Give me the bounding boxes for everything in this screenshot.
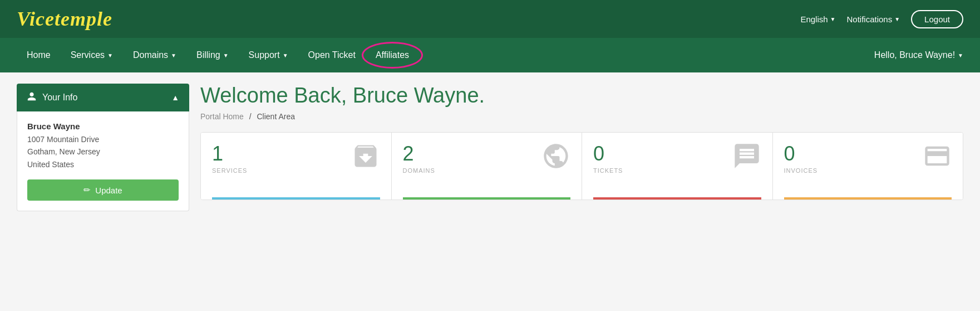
- stat-bar-tickets: [593, 197, 761, 200]
- stat-label-tickets: TICKETS: [593, 167, 623, 174]
- user-address: 1007 Mountain Drive Gotham, New Jersey U…: [27, 133, 179, 171]
- update-button[interactable]: ✏ Update: [27, 179, 179, 201]
- user-icon: [27, 91, 37, 104]
- nav-greeting[interactable]: Hello, Bruce Wayne! ▼: [874, 50, 963, 60]
- stat-label-services: SERVICES: [212, 167, 247, 174]
- language-chevron-icon: ▼: [830, 16, 836, 22]
- greeting-label: Hello, Bruce Wayne!: [874, 50, 955, 60]
- notifications-label: Notifications: [847, 14, 893, 24]
- card-icon: [923, 142, 952, 174]
- language-selector[interactable]: English ▼: [800, 14, 835, 24]
- stat-card-invoices[interactable]: 0 INVOICES: [773, 133, 963, 200]
- nav-left: Home Services ▼ Domains ▼ Billing ▼ Supp…: [17, 38, 419, 72]
- your-info-body: Bruce Wayne 1007 Mountain Drive Gotham, …: [17, 111, 189, 211]
- your-info-chevron-icon: ▲: [171, 93, 179, 102]
- stat-card-services[interactable]: 1 SERVICES: [201, 133, 392, 200]
- billing-chevron-icon: ▼: [223, 52, 229, 59]
- address-line1: 1007 Mountain Drive: [27, 135, 99, 144]
- stat-label-invoices: INVOICES: [784, 167, 818, 174]
- breadcrumb-current: Client Area: [257, 112, 294, 121]
- update-label: Update: [95, 186, 122, 195]
- logo: Vicetemple: [17, 7, 112, 31]
- main-content: Welcome Back, Bruce Wayne. Portal Home /…: [200, 84, 963, 211]
- nav-item-open-ticket[interactable]: Open Ticket: [298, 38, 366, 72]
- nav-item-billing[interactable]: Billing ▼: [186, 38, 239, 72]
- stat-number-tickets: 0: [593, 144, 623, 164]
- logout-button[interactable]: Logout: [911, 10, 963, 28]
- notifications-chevron-icon: ▼: [894, 16, 900, 22]
- sidebar: Your Info ▲ Bruce Wayne 1007 Mountain Dr…: [17, 84, 189, 211]
- top-bar-right: English ▼ Notifications ▼ Logout: [800, 10, 963, 28]
- stat-number-invoices: 0: [784, 144, 818, 164]
- box-icon: [351, 142, 380, 174]
- globe-icon: [541, 142, 570, 174]
- domains-chevron-icon: ▼: [171, 52, 176, 59]
- your-info-label: Your Info: [42, 93, 77, 103]
- notifications-button[interactable]: Notifications ▼: [847, 14, 900, 24]
- services-chevron-icon: ▼: [107, 52, 113, 59]
- greeting-chevron-icon: ▼: [958, 52, 963, 59]
- nav-item-affiliates[interactable]: Affiliates: [366, 38, 419, 72]
- stat-number-domains: 2: [403, 144, 435, 164]
- chat-icon: [732, 142, 761, 174]
- stat-card-tickets[interactable]: 0 TICKETS: [582, 133, 773, 200]
- stat-label-domains: DOMAINS: [403, 167, 435, 174]
- breadcrumb-separator: /: [249, 112, 252, 121]
- nav-item-home[interactable]: Home: [17, 38, 61, 72]
- welcome-title: Welcome Back, Bruce Wayne.: [200, 84, 963, 108]
- affiliates-wrapper: Affiliates: [366, 38, 419, 72]
- stats-row: 1 SERVICES 2 DOMAINS: [200, 132, 963, 200]
- language-label: English: [800, 14, 828, 24]
- stat-card-domains[interactable]: 2 DOMAINS: [392, 133, 583, 200]
- stat-bar-domains: [403, 197, 571, 200]
- support-chevron-icon: ▼: [283, 52, 288, 59]
- content-wrapper: Your Info ▲ Bruce Wayne 1007 Mountain Dr…: [0, 72, 980, 222]
- breadcrumb-home[interactable]: Portal Home: [200, 112, 244, 121]
- stat-number-services: 1: [212, 144, 247, 164]
- user-name: Bruce Wayne: [27, 122, 179, 131]
- address-line3: United States: [27, 160, 74, 169]
- breadcrumb: Portal Home / Client Area: [200, 112, 963, 121]
- stat-bar-invoices: [784, 197, 952, 200]
- top-bar: Vicetemple English ▼ Notifications ▼ Log…: [0, 0, 980, 38]
- address-line2: Gotham, New Jersey: [27, 147, 100, 156]
- nav-item-domains[interactable]: Domains ▼: [123, 38, 186, 72]
- stat-bar-services: [212, 197, 380, 200]
- nav-bar: Home Services ▼ Domains ▼ Billing ▼ Supp…: [0, 38, 980, 72]
- nav-item-support[interactable]: Support ▼: [239, 38, 298, 72]
- pencil-icon: ✏: [83, 185, 91, 195]
- your-info-header[interactable]: Your Info ▲: [17, 84, 189, 111]
- nav-item-services[interactable]: Services ▼: [61, 38, 123, 72]
